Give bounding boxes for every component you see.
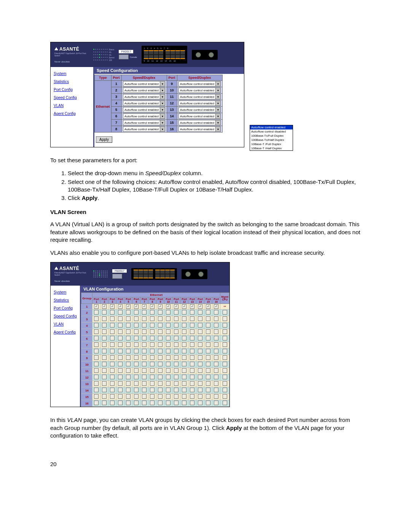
vlan-checkbox[interactable] bbox=[102, 388, 107, 392]
vlan-checkbox[interactable] bbox=[223, 381, 227, 386]
vlan-checkbox[interactable]: ✓ bbox=[166, 304, 170, 309]
vlan-checkbox[interactable] bbox=[214, 368, 218, 373]
vlan-checkbox[interactable] bbox=[150, 349, 155, 353]
vlan-checkbox[interactable]: ✓ bbox=[142, 304, 147, 309]
vlan-checkbox[interactable] bbox=[198, 355, 202, 360]
vlan-checkbox[interactable] bbox=[206, 394, 210, 399]
vlan-checkbox[interactable] bbox=[142, 336, 147, 340]
vlan-checkbox[interactable] bbox=[182, 388, 186, 392]
nav-port-config[interactable]: Port Config bbox=[54, 306, 77, 310]
vlan-checkbox[interactable] bbox=[190, 388, 194, 392]
vlan-checkbox[interactable] bbox=[174, 355, 178, 360]
vlan-checkbox[interactable] bbox=[206, 355, 210, 360]
vlan-checkbox[interactable] bbox=[94, 355, 99, 360]
vlan-checkbox[interactable] bbox=[182, 310, 186, 315]
vlan-checkbox[interactable] bbox=[94, 362, 99, 366]
vlan-checkbox[interactable] bbox=[94, 401, 99, 405]
vlan-checkbox[interactable] bbox=[118, 401, 123, 405]
vlan-checkbox[interactable] bbox=[206, 342, 210, 347]
vlan-checkbox[interactable] bbox=[142, 316, 147, 321]
vlan-checkbox[interactable] bbox=[166, 349, 170, 353]
vlan-checkbox[interactable] bbox=[110, 336, 115, 340]
vlan-checkbox[interactable] bbox=[182, 329, 186, 334]
vlan-checkbox[interactable] bbox=[126, 388, 131, 392]
vlan-checkbox[interactable] bbox=[198, 316, 202, 321]
speed-duplex-select[interactable]: Auto/flow control enabled▼ bbox=[123, 94, 165, 99]
vlan-checkbox[interactable] bbox=[174, 310, 178, 315]
vlan-checkbox[interactable] bbox=[102, 401, 107, 405]
speed-duplex-select[interactable]: Auto/flow control enabled▼ bbox=[178, 107, 221, 112]
vlan-checkbox[interactable] bbox=[158, 349, 162, 353]
speed-duplex-select[interactable]: Auto/flow control enabled▼ bbox=[178, 94, 221, 99]
vlan-checkbox[interactable] bbox=[190, 355, 194, 360]
vlan-checkbox[interactable] bbox=[110, 323, 115, 328]
vlan-checkbox[interactable] bbox=[158, 401, 162, 405]
vlan-checkbox[interactable] bbox=[223, 329, 227, 334]
vlan-checkbox[interactable] bbox=[182, 375, 186, 379]
vlan-checkbox[interactable] bbox=[118, 381, 123, 386]
vlan-checkbox[interactable] bbox=[102, 381, 107, 386]
vlan-checkbox[interactable] bbox=[150, 310, 155, 315]
vlan-checkbox[interactable] bbox=[142, 388, 147, 392]
vlan-checkbox[interactable] bbox=[94, 368, 99, 373]
vlan-checkbox[interactable] bbox=[166, 401, 170, 405]
vlan-checkbox[interactable] bbox=[142, 349, 147, 353]
speed-duplex-select[interactable]: Auto/flow control enabled▼ bbox=[178, 120, 221, 125]
vlan-checkbox[interactable] bbox=[126, 381, 131, 386]
vlan-checkbox[interactable] bbox=[102, 323, 107, 328]
vlan-checkbox[interactable] bbox=[174, 323, 178, 328]
vlan-checkbox[interactable] bbox=[110, 394, 115, 399]
vlan-checkbox[interactable] bbox=[110, 368, 115, 373]
vlan-checkbox[interactable] bbox=[174, 342, 178, 347]
vlan-checkbox[interactable] bbox=[198, 381, 202, 386]
vlan-checkbox[interactable] bbox=[214, 329, 218, 334]
vlan-checkbox[interactable] bbox=[190, 310, 194, 315]
vlan-checkbox[interactable] bbox=[158, 368, 162, 373]
vlan-checkbox[interactable]: ✓ bbox=[150, 304, 155, 309]
vlan-checkbox[interactable] bbox=[166, 310, 170, 315]
vlan-checkbox[interactable] bbox=[134, 336, 139, 340]
vlan-checkbox[interactable] bbox=[94, 342, 99, 347]
vlan-checkbox[interactable] bbox=[166, 375, 170, 379]
vlan-checkbox[interactable] bbox=[174, 336, 178, 340]
dropdown-option[interactable]: 10Base-T /Full Duplex bbox=[250, 142, 293, 146]
vlan-checkbox[interactable] bbox=[223, 323, 227, 328]
vlan-checkbox[interactable]: ✓ bbox=[214, 304, 218, 309]
vlan-checkbox[interactable] bbox=[206, 336, 210, 340]
vlan-checkbox[interactable] bbox=[182, 323, 186, 328]
vlan-checkbox[interactable] bbox=[150, 336, 155, 340]
vlan-checkbox[interactable] bbox=[174, 375, 178, 379]
speed-duplex-select[interactable]: Auto/flow control enabled▼ bbox=[178, 126, 221, 132]
nav-agent-config[interactable]: Agent Config bbox=[54, 112, 90, 116]
vlan-checkbox[interactable] bbox=[190, 401, 194, 405]
vlan-checkbox[interactable] bbox=[142, 375, 147, 379]
vlan-checkbox[interactable] bbox=[102, 394, 107, 399]
vlan-checkbox[interactable] bbox=[102, 336, 107, 340]
vlan-checkbox[interactable] bbox=[214, 349, 218, 353]
vlan-checkbox[interactable] bbox=[150, 355, 155, 360]
vlan-checkbox[interactable] bbox=[214, 394, 218, 399]
vlan-checkbox[interactable] bbox=[118, 310, 123, 315]
vlan-checkbox[interactable] bbox=[214, 316, 218, 321]
vlan-checkbox[interactable] bbox=[150, 381, 155, 386]
vlan-checkbox[interactable] bbox=[158, 394, 162, 399]
vlan-checkbox[interactable] bbox=[174, 329, 178, 334]
vlan-checkbox[interactable] bbox=[126, 310, 131, 315]
vlan-checkbox[interactable] bbox=[110, 329, 115, 334]
vlan-checkbox[interactable] bbox=[223, 375, 227, 379]
vlan-checkbox[interactable] bbox=[142, 355, 147, 360]
vlan-checkbox[interactable] bbox=[134, 388, 139, 392]
vlan-checkbox[interactable] bbox=[223, 368, 227, 373]
vlan-checkbox[interactable] bbox=[223, 342, 227, 347]
nav-speed-config[interactable]: Speed Config bbox=[54, 96, 90, 100]
vlan-checkbox[interactable] bbox=[118, 342, 123, 347]
vlan-checkbox[interactable] bbox=[174, 394, 178, 399]
vlan-checkbox[interactable] bbox=[102, 329, 107, 334]
vlan-checkbox[interactable] bbox=[206, 401, 210, 405]
vlan-checkbox[interactable] bbox=[142, 342, 147, 347]
dropdown-option[interactable]: 100Base-Tx/Half Duplex bbox=[250, 138, 293, 142]
vlan-checkbox[interactable] bbox=[102, 316, 107, 321]
dropdown-option[interactable]: Auto/flow control enabled bbox=[250, 125, 293, 129]
vlan-checkbox[interactable] bbox=[94, 323, 99, 328]
vlan-checkbox[interactable] bbox=[214, 342, 218, 347]
